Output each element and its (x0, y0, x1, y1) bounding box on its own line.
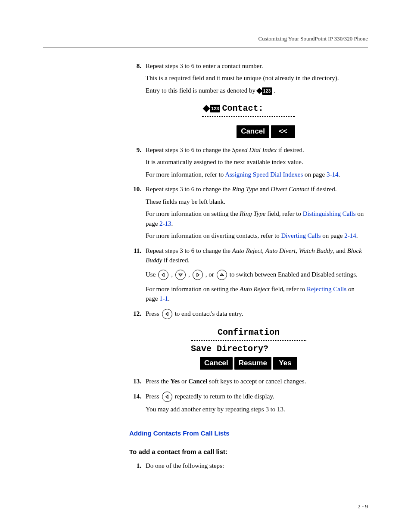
step-text: This is a required field and it must be … (146, 73, 368, 83)
lcd-contact-screenshot: 123 Contact: Cancel << (129, 102, 368, 138)
link-diverting-calls[interactable]: Diverting Calls (281, 232, 321, 239)
step-number: 8. (129, 61, 146, 98)
link-page-2-14[interactable]: 2-14 (344, 232, 356, 239)
step-number: 11. (129, 246, 146, 306)
softkey-cancel: Cancel (237, 125, 269, 138)
step-text: Repeat steps 3 to 6 to change the Auto R… (146, 246, 368, 265)
step-text: For more information, refer to Assigning… (146, 170, 368, 180)
svg-marker-4 (166, 312, 168, 316)
link-page-2-13[interactable]: 2-13 (159, 220, 171, 227)
step-13: 13. Press the Yes or Cancel soft keys to… (129, 376, 368, 389)
input-mode-123-icon: 123 (257, 87, 272, 95)
step-14: 14. Press repeatedly to return to the id… (129, 392, 368, 417)
step-text: Press repeatedly to return to the idle d… (146, 392, 368, 402)
arrow-right-icon (193, 270, 203, 280)
link-distinguishing-calls[interactable]: Distinguishing Calls (303, 210, 356, 217)
step-8: 8. Repeat steps 3 to 6 to enter a contac… (129, 61, 368, 98)
step-text: Repeat steps 3 to 6 to enter a contact n… (146, 61, 368, 71)
link-assigning-speed-dial[interactable]: Assigning Speed Dial Indexes (225, 171, 303, 178)
step-number: 14. (129, 392, 146, 417)
step-text: Repeat steps 3 to 6 to change the Ring T… (146, 184, 368, 194)
arrow-up-icon (217, 270, 227, 280)
step-text: These fields may be left blank. (146, 197, 368, 207)
arrow-left-icon (162, 392, 172, 402)
lcd-question: Save Directory? (191, 342, 306, 355)
page-header: Customizing Your SoundPoint IP 330/320 P… (43, 34, 368, 43)
step-text: Press to end contact's data entry. (146, 309, 368, 319)
step-text: For more information on setting the Ring… (146, 209, 368, 228)
lcd-title-line: 123 Contact: (202, 102, 295, 117)
svg-marker-1 (179, 274, 182, 276)
step-12: 12. Press to end contact's data entry. (129, 309, 368, 322)
step-number: 9. (129, 145, 146, 182)
step-number: 1. (129, 461, 146, 473)
step-number: 12. (129, 309, 146, 322)
step-10: 10. Repeat steps 3 to 6 to change the Ri… (129, 184, 368, 243)
page-number: 2 - 9 (358, 502, 368, 511)
step-number: 13. (129, 376, 146, 389)
svg-marker-3 (220, 274, 224, 276)
step-text: Press the Yes or Cancel soft keys to acc… (146, 376, 368, 386)
link-page-1-1[interactable]: 1-1 (159, 295, 168, 302)
softkey-resume: Resume (234, 357, 271, 370)
lcd-confirmation-screenshot: Confirmation Save Directory? Cancel Resu… (129, 326, 368, 370)
main-content: 8. Repeat steps 3 to 6 to enter a contac… (129, 61, 368, 473)
header-title: Customizing Your SoundPoint IP 330/320 P… (258, 35, 368, 42)
link-rejecting-calls[interactable]: Rejecting Calls (307, 286, 346, 292)
link-page-3-14[interactable]: 3-14 (327, 171, 339, 178)
softkey-yes: Yes (273, 357, 297, 370)
softkey-cancel: Cancel (200, 357, 233, 370)
lcd-title: Confirmation (191, 326, 306, 341)
svg-marker-5 (166, 395, 168, 398)
step-11: 11. Repeat steps 3 to 6 to change the Au… (129, 246, 368, 306)
step-text: For more information on diverting contac… (146, 231, 368, 241)
step-text: Repeat steps 3 to 6 to change the Speed … (146, 145, 368, 155)
sub-heading-add-from-call-list: To add a contact from a call list: (129, 447, 368, 457)
step-9: 9. Repeat steps 3 to 6 to change the Spe… (129, 145, 368, 182)
step-text: Entry to this field is number as denoted… (146, 86, 368, 96)
step-text: You may add another entry by repeating s… (146, 404, 368, 414)
svg-marker-2 (197, 273, 199, 277)
step-text: Use , , , or to switch between Enabled a… (146, 270, 368, 280)
arrow-left-icon (158, 270, 168, 280)
sub-step-1: 1. Do one of the following steps: (129, 461, 368, 473)
step-text: Do one of the following steps: (146, 461, 368, 471)
header-rule (43, 47, 368, 48)
input-mode-123-icon: 123 (204, 105, 220, 113)
svg-marker-0 (162, 273, 164, 277)
section-heading-adding-contacts: Adding Contacts From Call Lists (129, 429, 368, 439)
softkey-backspace: << (271, 125, 295, 138)
step-number: 10. (129, 184, 146, 243)
step-text: For more information on setting the Auto… (146, 284, 368, 304)
step-text: It is automatically assigned to the next… (146, 157, 368, 167)
arrow-left-icon (162, 309, 172, 319)
arrow-down-icon (175, 270, 186, 280)
